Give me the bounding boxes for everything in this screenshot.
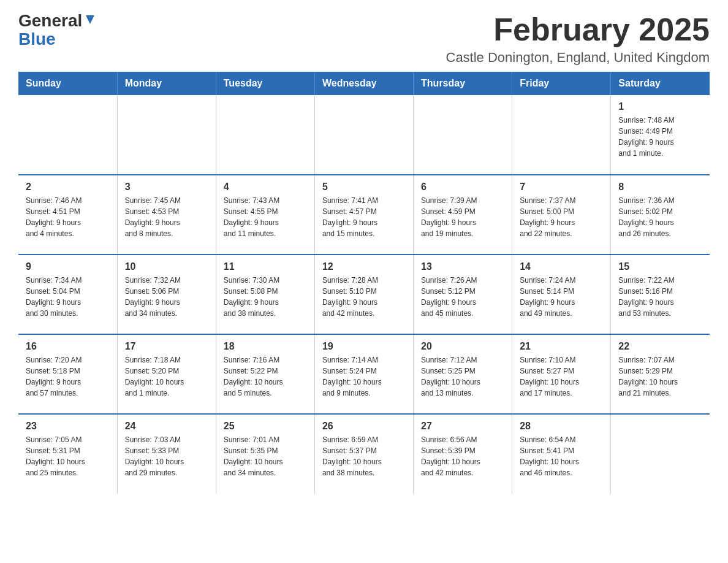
day-number: 15: [618, 261, 702, 272]
day-number: 22: [618, 341, 702, 352]
day-number: 11: [224, 261, 307, 272]
calendar-cell: 5Sunrise: 7:41 AM Sunset: 4:57 PM Daylig…: [314, 175, 413, 255]
day-number: 5: [322, 182, 406, 193]
day-info: Sunrise: 7:34 AM Sunset: 5:04 PM Dayligh…: [26, 275, 110, 319]
day-number: 3: [125, 182, 208, 193]
day-info: Sunrise: 7:36 AM Sunset: 5:02 PM Dayligh…: [618, 195, 702, 239]
day-info: Sunrise: 6:54 AM Sunset: 5:41 PM Dayligh…: [520, 434, 603, 478]
calendar-cell: 26Sunrise: 6:59 AM Sunset: 5:37 PM Dayli…: [314, 414, 413, 494]
header-wednesday: Wednesday: [314, 72, 413, 95]
calendar-cell: 19Sunrise: 7:14 AM Sunset: 5:24 PM Dayli…: [314, 334, 413, 414]
day-number: 14: [520, 261, 603, 272]
calendar-cell: 1Sunrise: 7:48 AM Sunset: 4:49 PM Daylig…: [611, 95, 710, 175]
header-saturday: Saturday: [611, 72, 710, 95]
header-friday: Friday: [512, 72, 611, 95]
calendar-cell: 10Sunrise: 7:32 AM Sunset: 5:06 PM Dayli…: [117, 255, 216, 334]
days-of-week-row: Sunday Monday Tuesday Wednesday Thursday…: [18, 72, 710, 95]
day-number: 1: [618, 101, 702, 112]
calendar-cell: 2Sunrise: 7:46 AM Sunset: 4:51 PM Daylig…: [18, 175, 117, 255]
day-number: 10: [125, 261, 208, 272]
day-info: Sunrise: 7:22 AM Sunset: 5:16 PM Dayligh…: [618, 275, 702, 319]
day-number: 20: [421, 341, 504, 352]
day-info: Sunrise: 7:20 AM Sunset: 5:18 PM Dayligh…: [26, 354, 110, 399]
page-header: General Blue February 2025 Castle Doning…: [18, 12, 710, 66]
day-number: 9: [26, 261, 110, 272]
day-number: 7: [520, 182, 603, 193]
calendar-cell: 12Sunrise: 7:28 AM Sunset: 5:10 PM Dayli…: [314, 255, 413, 334]
day-number: 12: [322, 261, 406, 272]
day-number: 8: [618, 182, 702, 193]
day-info: Sunrise: 7:10 AM Sunset: 5:27 PM Dayligh…: [520, 354, 603, 399]
calendar-cell: 18Sunrise: 7:16 AM Sunset: 5:22 PM Dayli…: [216, 334, 314, 414]
calendar-cell: 4Sunrise: 7:43 AM Sunset: 4:55 PM Daylig…: [216, 175, 314, 255]
calendar-week-row: 2Sunrise: 7:46 AM Sunset: 4:51 PM Daylig…: [18, 175, 710, 255]
calendar-cell: 16Sunrise: 7:20 AM Sunset: 5:18 PM Dayli…: [18, 334, 117, 414]
header-thursday: Thursday: [414, 72, 512, 95]
day-info: Sunrise: 7:37 AM Sunset: 5:00 PM Dayligh…: [520, 195, 603, 239]
calendar-cell: 17Sunrise: 7:18 AM Sunset: 5:20 PM Dayli…: [117, 334, 216, 414]
calendar-cell: 11Sunrise: 7:30 AM Sunset: 5:08 PM Dayli…: [216, 255, 314, 334]
calendar-cell: 27Sunrise: 6:56 AM Sunset: 5:39 PM Dayli…: [414, 414, 512, 494]
day-number: 21: [520, 341, 603, 352]
day-info: Sunrise: 7:32 AM Sunset: 5:06 PM Dayligh…: [125, 275, 208, 319]
day-number: 27: [421, 421, 504, 432]
logo-blue: Blue: [18, 29, 56, 49]
day-info: Sunrise: 7:26 AM Sunset: 5:12 PM Dayligh…: [421, 275, 504, 319]
day-number: 6: [421, 182, 504, 193]
calendar-cell: 25Sunrise: 7:01 AM Sunset: 5:35 PM Dayli…: [216, 414, 314, 494]
calendar-cell: 8Sunrise: 7:36 AM Sunset: 5:02 PM Daylig…: [611, 175, 710, 255]
calendar-cell: 22Sunrise: 7:07 AM Sunset: 5:29 PM Dayli…: [611, 334, 710, 414]
calendar-cell: [414, 95, 512, 175]
calendar-cell: 23Sunrise: 7:05 AM Sunset: 5:31 PM Dayli…: [18, 414, 117, 494]
calendar-cell: [18, 95, 117, 175]
day-info: Sunrise: 7:30 AM Sunset: 5:08 PM Dayligh…: [224, 275, 307, 319]
day-number: 2: [26, 182, 110, 193]
calendar-cell: 20Sunrise: 7:12 AM Sunset: 5:25 PM Dayli…: [414, 334, 512, 414]
day-info: Sunrise: 7:46 AM Sunset: 4:51 PM Dayligh…: [26, 195, 110, 239]
day-info: Sunrise: 7:24 AM Sunset: 5:14 PM Dayligh…: [520, 275, 603, 319]
calendar-week-row: 23Sunrise: 7:05 AM Sunset: 5:31 PM Dayli…: [18, 414, 710, 494]
day-info: Sunrise: 7:14 AM Sunset: 5:24 PM Dayligh…: [322, 354, 406, 399]
day-number: 25: [224, 421, 307, 432]
day-info: Sunrise: 7:39 AM Sunset: 4:59 PM Dayligh…: [421, 195, 504, 239]
day-info: Sunrise: 7:03 AM Sunset: 5:33 PM Dayligh…: [125, 434, 208, 478]
calendar-cell: 13Sunrise: 7:26 AM Sunset: 5:12 PM Dayli…: [414, 255, 512, 334]
day-info: Sunrise: 7:18 AM Sunset: 5:20 PM Dayligh…: [125, 354, 208, 399]
day-number: 23: [26, 421, 110, 432]
calendar-header: Sunday Monday Tuesday Wednesday Thursday…: [18, 72, 710, 95]
calendar-cell: 9Sunrise: 7:34 AM Sunset: 5:04 PM Daylig…: [18, 255, 117, 334]
calendar-cell: [314, 95, 413, 175]
day-number: 26: [322, 421, 406, 432]
header-sunday: Sunday: [18, 72, 117, 95]
day-info: Sunrise: 7:07 AM Sunset: 5:29 PM Dayligh…: [618, 354, 702, 399]
day-info: Sunrise: 6:56 AM Sunset: 5:39 PM Dayligh…: [421, 434, 504, 478]
calendar-cell: 28Sunrise: 6:54 AM Sunset: 5:41 PM Dayli…: [512, 414, 611, 494]
day-number: 19: [322, 341, 406, 352]
day-number: 4: [224, 182, 307, 193]
header-monday: Monday: [117, 72, 216, 95]
calendar-cell: [216, 95, 314, 175]
page-subtitle: Castle Donington, England, United Kingdo…: [446, 50, 710, 66]
day-number: 17: [125, 341, 208, 352]
calendar-cell: 14Sunrise: 7:24 AM Sunset: 5:14 PM Dayli…: [512, 255, 611, 334]
day-info: Sunrise: 7:05 AM Sunset: 5:31 PM Dayligh…: [26, 434, 110, 478]
day-number: 18: [224, 341, 307, 352]
logo-general: General: [18, 12, 82, 29]
calendar-week-row: 1Sunrise: 7:48 AM Sunset: 4:49 PM Daylig…: [18, 95, 710, 175]
day-info: Sunrise: 6:59 AM Sunset: 5:37 PM Dayligh…: [322, 434, 406, 478]
calendar-body: 1Sunrise: 7:48 AM Sunset: 4:49 PM Daylig…: [18, 95, 710, 494]
calendar-table: Sunday Monday Tuesday Wednesday Thursday…: [18, 72, 710, 494]
day-info: Sunrise: 7:43 AM Sunset: 4:55 PM Dayligh…: [224, 195, 307, 239]
calendar-cell: 24Sunrise: 7:03 AM Sunset: 5:33 PM Dayli…: [117, 414, 216, 494]
calendar-week-row: 16Sunrise: 7:20 AM Sunset: 5:18 PM Dayli…: [18, 334, 710, 414]
day-info: Sunrise: 7:41 AM Sunset: 4:57 PM Dayligh…: [322, 195, 406, 239]
page-title: February 2025: [446, 12, 710, 47]
calendar-cell: 21Sunrise: 7:10 AM Sunset: 5:27 PM Dayli…: [512, 334, 611, 414]
day-info: Sunrise: 7:12 AM Sunset: 5:25 PM Dayligh…: [421, 354, 504, 399]
svg-marker-0: [86, 15, 94, 24]
day-info: Sunrise: 7:45 AM Sunset: 4:53 PM Dayligh…: [125, 195, 208, 239]
logo-triangle-icon: [83, 13, 97, 26]
calendar-cell: 6Sunrise: 7:39 AM Sunset: 4:59 PM Daylig…: [414, 175, 512, 255]
calendar-cell: 7Sunrise: 7:37 AM Sunset: 5:00 PM Daylig…: [512, 175, 611, 255]
day-number: 16: [26, 341, 110, 352]
